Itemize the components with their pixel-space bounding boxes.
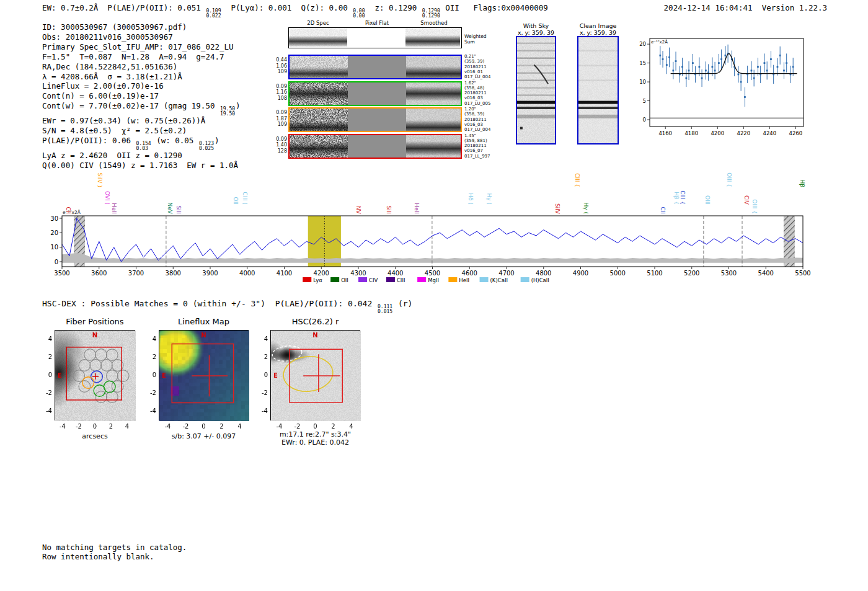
spec2d-col-header: 2D Spec — [293, 20, 343, 26]
axis-tick-label: -4 — [161, 423, 175, 430]
spec2d-row-right-labels: 1.45"(359, 881)20180211v016_07017_LL_997 — [464, 133, 505, 159]
axis-tick-label: -4 — [272, 423, 287, 430]
emission-line-label: CIII { — [574, 173, 580, 187]
spec2d-row-right-labels: 1.62"(358, 48)20180211v016_03017_LU_005 — [464, 81, 505, 106]
info-line: ID: 3000530967 (3000530967.pdf) — [42, 22, 241, 32]
north-label: N — [92, 332, 97, 339]
data-point — [764, 62, 766, 64]
spec2d-row-left-labels: 0.091.40128 — [275, 136, 287, 154]
axis-tick-label: -4 — [55, 423, 70, 430]
hsc-caption2: EWr: 0. PLAE: 0.042 — [264, 438, 366, 447]
emission-line-label: NV — [355, 206, 361, 215]
error-band — [62, 253, 803, 263]
with-sky-title: With Sky — [516, 22, 556, 29]
data-point — [714, 69, 716, 71]
data-point — [707, 71, 709, 73]
north-label: N — [312, 332, 317, 339]
emission-line-label: OIII { — [726, 172, 732, 187]
with-sky-stamp — [516, 36, 556, 144]
header-stats: EW: 0.7±0.2Å P(LAE)/P(OII): 0.051 0.1090… — [42, 3, 548, 18]
cutout-title-lineflux: Lineflux Map — [159, 317, 249, 326]
svg-text:3700: 3700 — [128, 270, 144, 277]
data-point — [681, 66, 683, 68]
footer-line-2: Row intentionally blank. — [42, 552, 154, 561]
info-line: F=1.5" T=0.087 N=1.28 A=0.94 g=24.7 — [42, 52, 241, 62]
svg-text:5400: 5400 — [758, 270, 774, 277]
spec2d-row — [288, 107, 462, 132]
info-line: LyA z = 2.4620 OII z = 0.1290 — [42, 151, 241, 161]
stacked-fraction: 0.1090.022 — [206, 9, 221, 18]
data-point — [786, 62, 787, 64]
stacked-fraction: 0.1110.015 — [378, 304, 392, 314]
info-line: RA,Dec (184.522842,51.051636) — [42, 62, 241, 72]
axis-tick-label: -2 — [40, 389, 52, 396]
axis-tick-label: -4 — [40, 407, 52, 414]
emission-line-label: HeII — [414, 203, 420, 214]
svg-text:0: 0 — [643, 117, 646, 123]
emission-line-label: OII — [232, 197, 239, 205]
with-sky-coords: x, y: 359, 39 — [510, 29, 562, 36]
data-point — [666, 64, 668, 66]
footer-line-1: No matching targets in catalog. — [42, 543, 187, 552]
info-line: Obs: 20180211v016_3000530967 — [42, 32, 241, 42]
east-label: E — [162, 372, 166, 379]
axis-tick-label: 4 — [255, 335, 268, 342]
spec2d-row-left-labels: 0.091.16108 — [275, 84, 287, 102]
axis-tick-label: 0 — [255, 371, 268, 378]
hsc-r-image — [271, 331, 361, 421]
data-point — [662, 58, 664, 60]
full-spectrum-chart: 3500360037003800390040004100420043004400… — [43, 166, 818, 290]
cutout-title-fiber: Fiber Positions — [55, 317, 135, 326]
legend-label: MgII — [428, 277, 439, 283]
info-line: P(LAE)/P(OII): 0.06 0.1540.03 (w: 0.05 0… — [42, 136, 241, 151]
axis-tick-label: 0 — [197, 423, 211, 430]
data-point — [753, 78, 755, 79]
emission-line-label: SiIV ) — [97, 173, 103, 187]
svg-text:3500: 3500 — [54, 270, 69, 277]
axis-tick-label: -2 — [71, 423, 86, 430]
emission-line-label: CIV — [743, 195, 750, 205]
emission-line-label: NeV — [167, 203, 173, 215]
legend-label: CIII — [397, 277, 405, 283]
svg-text:5100: 5100 — [647, 270, 662, 277]
data-point — [711, 66, 713, 68]
svg-text:4600: 4600 — [462, 270, 477, 277]
data-point — [744, 96, 746, 98]
axis-tick-label: -4 — [144, 407, 156, 414]
svg-text:20: 20 — [639, 41, 646, 47]
axis-tick-label: 0 — [40, 371, 52, 378]
info-line: Primary Spec_Slot_IFU_AMP: 017_086_022_L… — [42, 42, 241, 52]
spec2d-row — [288, 81, 462, 106]
data-point — [692, 62, 694, 64]
line-fit-chart: 41604180420042204240426005101520e⁻¹⁷x2Å — [632, 31, 831, 143]
axis-tick-label: 2 — [104, 423, 118, 430]
spec2d-row-right-labels: 1.20"(358, 39)20180211v016_03017_LU_004 — [464, 107, 505, 132]
data-point — [720, 58, 722, 60]
legend-swatch — [480, 277, 489, 282]
legend-label: CIV — [369, 277, 378, 283]
svg-text:15: 15 — [639, 60, 646, 66]
svg-text:4220: 4220 — [737, 130, 751, 136]
info-line: Cont(n) = 6.00(±0.19)e-17 — [42, 91, 241, 101]
svg-text:4900: 4900 — [573, 270, 588, 277]
axis-tick-label: 4 — [144, 335, 156, 342]
plot-frame — [650, 38, 804, 127]
emission-line-label: CII — [660, 207, 666, 214]
timestamp: 2024-12-14 16:04:41 Version 1.22.3 — [664, 3, 827, 12]
emission-line-label: HeII — [111, 203, 117, 214]
axis-tick-label: -2 — [255, 389, 268, 396]
weighted-sum-image — [289, 28, 460, 47]
svg-text:4100: 4100 — [277, 270, 292, 277]
data-point — [659, 55, 661, 56]
data-point — [675, 60, 677, 62]
weighted-sum-strip — [288, 27, 462, 48]
spec2d-row — [288, 134, 462, 159]
emission-line-label: OVI ( — [104, 191, 110, 205]
emission-line-label: SiIV — [554, 203, 560, 215]
axis-tick-label: 2 — [326, 423, 341, 430]
legend-label: (K)CaII — [490, 277, 508, 283]
legend-label: OII — [341, 277, 348, 283]
legend-swatch — [521, 277, 529, 282]
data-point — [751, 69, 753, 71]
axis-tick-label: 0 — [144, 371, 156, 378]
